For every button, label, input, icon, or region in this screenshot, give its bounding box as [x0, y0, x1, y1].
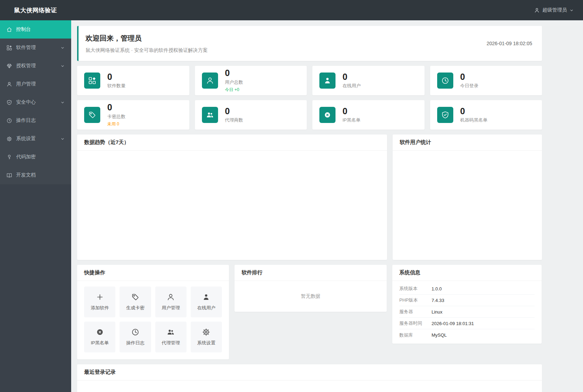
stat-icon-box — [319, 73, 335, 89]
main-area: 欢迎回来，管理员 鼠大侠网络验证系统 · 安全可靠的软件授权验证解决方案 202… — [71, 20, 583, 392]
software-ranking-empty: 暂无数据 — [235, 281, 387, 312]
clock-icon — [441, 76, 449, 85]
person-icon — [202, 293, 210, 301]
sidebar-item-dashboard[interactable]: 控制台 — [0, 20, 71, 39]
stat-value: 0 — [460, 106, 488, 116]
system-info-row-version: 系统版本 1.0.0 — [399, 283, 535, 295]
info-value: 7.4.33 — [432, 298, 444, 303]
quick-action-operation-logs[interactable]: 操作日志 — [120, 322, 151, 352]
stat-card-ip-blacklist: 0 IP黑名单 — [312, 100, 425, 130]
recent-logins-title: 最近登录记录 — [77, 364, 542, 380]
stat-label: 在线用户 — [343, 83, 361, 89]
chevron-down-icon — [60, 46, 65, 50]
bottom-row: 快捷操作 添加软件 生成卡密 用户管理 — [77, 265, 542, 359]
sidebar-item-security[interactable]: 安全中心 — [0, 93, 71, 111]
stat-label: 机器码黑名单 — [460, 117, 488, 123]
quick-action-label: 代理管理 — [162, 340, 180, 346]
x-circle-icon — [96, 328, 104, 336]
chevron-down-icon — [60, 64, 65, 68]
info-value: Linux — [432, 309, 442, 315]
quick-action-online-users[interactable]: 在线用户 — [191, 287, 222, 317]
gear-icon — [202, 328, 210, 336]
info-value: 1.0.0 — [432, 286, 442, 291]
quick-action-ip-blacklist[interactable]: IP黑名单 — [84, 322, 115, 352]
quick-action-generate-keys[interactable]: 生成卡密 — [120, 287, 151, 317]
stat-icon-box — [84, 73, 100, 89]
system-info-row-time: 服务器时间 2026-01-09 18:01:31 — [399, 318, 535, 329]
sidebar-menu: 控制台 软件管理 授权管理 用户管理 安全中心 — [0, 20, 71, 184]
stat-sub-today: 今日 +0 — [225, 87, 243, 93]
stat-texts: 0 机器码黑名单 — [460, 106, 488, 124]
stat-icon-box — [84, 107, 100, 123]
charts-row: 数据趋势（近7天） 软件用户统计 — [77, 135, 542, 260]
chevron-down-icon — [569, 8, 574, 13]
top-header: 鼠大侠网络验证 超级管理员 — [0, 0, 583, 20]
clock-icon — [131, 328, 140, 336]
quick-action-label: 系统设置 — [197, 340, 215, 346]
system-info-title: 系统信息 — [392, 265, 542, 281]
stat-sub-unused: 未用 0 — [107, 121, 126, 127]
user-stats-chart-body — [393, 151, 542, 260]
stat-texts: 0 在线用户 — [343, 72, 361, 89]
home-icon — [6, 27, 12, 33]
gem-icon — [6, 63, 12, 69]
user-menu[interactable]: 超级管理员 — [534, 7, 583, 13]
user-stats-chart-title: 软件用户统计 — [393, 135, 542, 151]
stat-label: IP黑名单 — [343, 117, 360, 123]
quick-action-user-management[interactable]: 用户管理 — [155, 287, 187, 317]
person-icon — [323, 76, 332, 85]
quick-actions-grid: 添加软件 生成卡密 用户管理 在线用户 — [77, 281, 229, 359]
sidebar-item-encryption[interactable]: 代码加密 — [0, 148, 71, 166]
user-icon — [167, 293, 175, 301]
current-datetime: 2026-01-09 18:02:05 — [487, 41, 532, 46]
stat-card-software-count: 0 软件数量 — [77, 66, 189, 95]
sidebar-item-software[interactable]: 软件管理 — [0, 39, 71, 57]
sidebar-item-users[interactable]: 用户管理 — [0, 75, 71, 93]
users-icon — [167, 328, 175, 336]
stat-card-user-total: 0 用户总数 今日 +0 — [195, 66, 307, 95]
quick-actions-title: 快捷操作 — [77, 265, 229, 281]
system-info-rows: 系统版本 1.0.0 PHP版本 7.4.33 服务器 Linux 服务器时 — [392, 281, 542, 344]
trend-chart-title: 数据趋势（近7天） — [77, 135, 387, 151]
shield-check-icon — [441, 111, 449, 119]
system-info-panel: 系统信息 系统版本 1.0.0 PHP版本 7.4.33 服务器 Linux — [392, 265, 542, 344]
x-circle-icon — [323, 111, 332, 119]
quick-action-system-settings[interactable]: 系统设置 — [191, 322, 222, 352]
plus-icon — [96, 293, 104, 301]
welcome-text: 欢迎回来，管理员 鼠大侠网络验证系统 · 安全可靠的软件授权验证解决方案 — [86, 34, 208, 54]
stat-texts: 0 今日登录 — [460, 72, 479, 89]
quick-action-label: 生成卡密 — [126, 305, 144, 311]
stat-icon-box — [202, 73, 218, 89]
recent-logins-panel: 最近登录记录 — [77, 364, 542, 392]
sidebar-item-authorization[interactable]: 授权管理 — [0, 57, 71, 75]
user-menu-label: 超级管理员 — [542, 7, 567, 13]
stats-row-1: 0 软件数量 0 用户总数 今日 +0 — [77, 66, 542, 95]
software-ranking-title: 软件排行 — [235, 265, 387, 281]
sidebar-item-label: 系统设置 — [16, 136, 36, 142]
gear-icon — [6, 136, 12, 142]
stat-texts: 0 用户总数 今日 +0 — [225, 68, 243, 93]
trend-chart-body — [77, 151, 387, 260]
sidebar-item-logs[interactable]: 操作日志 — [0, 111, 71, 130]
quick-action-agent-management[interactable]: 代理管理 — [155, 322, 187, 352]
sidebar-item-label: 安全中心 — [16, 99, 36, 105]
quick-action-label: 添加软件 — [91, 305, 109, 311]
chevron-down-icon — [60, 137, 65, 141]
stat-texts: 0 软件数量 — [107, 72, 126, 89]
sidebar-item-settings[interactable]: 系统设置 — [0, 130, 71, 148]
tag-icon — [131, 293, 140, 301]
sidebar-item-label: 开发文档 — [16, 172, 36, 178]
stat-icon-box — [202, 107, 218, 123]
quick-action-add-software[interactable]: 添加软件 — [84, 287, 115, 317]
system-info-row-database: 数据库 MySQL — [399, 329, 535, 341]
user-icon — [6, 81, 12, 87]
sidebar-item-docs[interactable]: 开发文档 — [0, 166, 71, 184]
sidebar-item-label: 用户管理 — [16, 81, 36, 87]
sidebar: 控制台 软件管理 授权管理 用户管理 安全中心 — [0, 20, 71, 392]
info-label: 系统版本 — [399, 286, 432, 292]
user-icon — [206, 76, 214, 85]
user-stats-chart-panel: 软件用户统计 — [393, 135, 542, 260]
sidebar-item-label: 授权管理 — [16, 63, 36, 69]
trend-chart-panel: 数据趋势（近7天） — [77, 135, 387, 260]
app-title: 鼠大侠网络验证 — [0, 6, 71, 14]
